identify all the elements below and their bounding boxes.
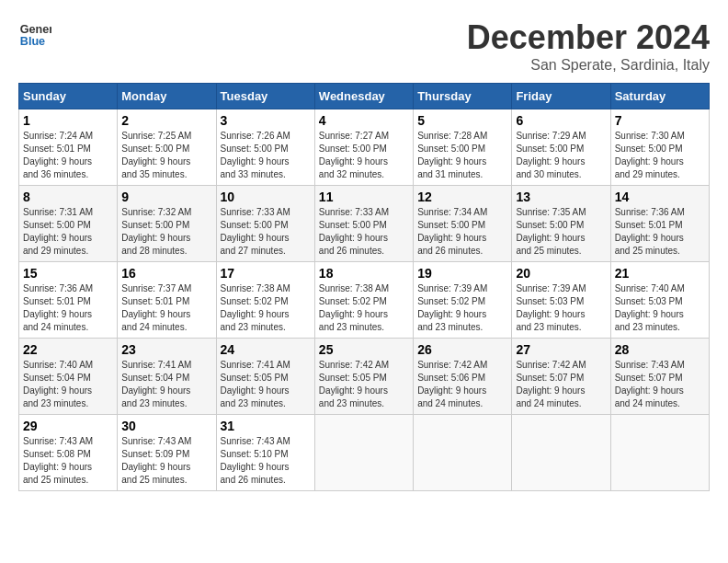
day-info: Sunrise: 7:43 AM Sunset: 5:07 PM Dayligh… bbox=[615, 359, 705, 410]
calendar-day-cell: 26Sunrise: 7:42 AM Sunset: 5:06 PM Dayli… bbox=[414, 339, 512, 415]
day-number: 11 bbox=[319, 190, 409, 204]
calendar-week-row: 22Sunrise: 7:40 AM Sunset: 5:04 PM Dayli… bbox=[19, 339, 710, 415]
calendar-day-cell: 10Sunrise: 7:33 AM Sunset: 5:00 PM Dayli… bbox=[216, 186, 314, 262]
day-number: 9 bbox=[121, 190, 211, 204]
day-info: Sunrise: 7:38 AM Sunset: 5:02 PM Dayligh… bbox=[319, 282, 409, 334]
day-info: Sunrise: 7:40 AM Sunset: 5:04 PM Dayligh… bbox=[23, 359, 113, 410]
day-number: 7 bbox=[615, 113, 705, 128]
calendar-week-row: 29Sunrise: 7:43 AM Sunset: 5:08 PM Dayli… bbox=[19, 415, 710, 491]
day-number: 17 bbox=[221, 266, 311, 281]
calendar-day-cell: 1Sunrise: 7:24 AM Sunset: 5:01 PM Daylig… bbox=[19, 109, 118, 186]
calendar-day-cell bbox=[414, 415, 512, 491]
day-info: Sunrise: 7:42 AM Sunset: 5:07 PM Dayligh… bbox=[516, 359, 606, 410]
calendar-week-row: 8Sunrise: 7:31 AM Sunset: 5:00 PM Daylig… bbox=[19, 186, 710, 262]
day-number: 27 bbox=[516, 342, 606, 357]
day-info: Sunrise: 7:43 AM Sunset: 5:09 PM Dayligh… bbox=[121, 435, 211, 487]
day-number: 31 bbox=[221, 419, 311, 433]
day-info: Sunrise: 7:32 AM Sunset: 5:00 PM Dayligh… bbox=[121, 206, 211, 258]
day-number: 12 bbox=[417, 190, 507, 204]
calendar-week-row: 1Sunrise: 7:24 AM Sunset: 5:01 PM Daylig… bbox=[19, 109, 710, 186]
day-info: Sunrise: 7:26 AM Sunset: 5:00 PM Dayligh… bbox=[221, 130, 311, 181]
day-info: Sunrise: 7:28 AM Sunset: 5:00 PM Dayligh… bbox=[417, 130, 507, 181]
calendar-body: 1Sunrise: 7:24 AM Sunset: 5:01 PM Daylig… bbox=[19, 109, 710, 491]
calendar-day-cell: 28Sunrise: 7:43 AM Sunset: 5:07 PM Dayli… bbox=[610, 339, 709, 415]
svg-text:Blue: Blue bbox=[20, 35, 45, 48]
day-number: 3 bbox=[221, 113, 311, 128]
day-info: Sunrise: 7:30 AM Sunset: 5:00 PM Dayligh… bbox=[615, 130, 705, 181]
day-number: 4 bbox=[319, 113, 409, 128]
title-area: December 2024 San Sperate, Sardinia, Ita… bbox=[467, 18, 710, 74]
calendar-day-cell: 22Sunrise: 7:40 AM Sunset: 5:04 PM Dayli… bbox=[19, 339, 118, 415]
calendar-day-cell: 14Sunrise: 7:36 AM Sunset: 5:01 PM Dayli… bbox=[610, 186, 709, 262]
calendar-day-cell: 19Sunrise: 7:39 AM Sunset: 5:02 PM Dayli… bbox=[414, 262, 512, 339]
day-number: 26 bbox=[417, 342, 507, 357]
logo-icon: General Blue bbox=[18, 18, 51, 52]
month-title: December 2024 bbox=[467, 18, 710, 57]
day-number: 21 bbox=[615, 266, 705, 281]
calendar-week-row: 15Sunrise: 7:36 AM Sunset: 5:01 PM Dayli… bbox=[19, 262, 710, 339]
calendar-day-cell: 31Sunrise: 7:43 AM Sunset: 5:10 PM Dayli… bbox=[216, 415, 314, 491]
calendar-day-cell: 15Sunrise: 7:36 AM Sunset: 5:01 PM Dayli… bbox=[19, 262, 118, 339]
day-info: Sunrise: 7:27 AM Sunset: 5:00 PM Dayligh… bbox=[319, 130, 409, 181]
calendar-day-cell: 11Sunrise: 7:33 AM Sunset: 5:00 PM Dayli… bbox=[314, 186, 413, 262]
day-info: Sunrise: 7:42 AM Sunset: 5:05 PM Dayligh… bbox=[319, 359, 409, 410]
day-number: 1 bbox=[23, 113, 113, 128]
day-number: 30 bbox=[121, 419, 211, 433]
day-of-week-header: Friday bbox=[512, 84, 610, 109]
day-info: Sunrise: 7:40 AM Sunset: 5:03 PM Dayligh… bbox=[615, 282, 705, 334]
day-info: Sunrise: 7:36 AM Sunset: 5:01 PM Dayligh… bbox=[615, 206, 705, 258]
header: General Blue December 2024 San Sperate, … bbox=[18, 18, 710, 74]
day-number: 14 bbox=[615, 190, 705, 204]
calendar-day-cell: 25Sunrise: 7:42 AM Sunset: 5:05 PM Dayli… bbox=[314, 339, 413, 415]
calendar-day-cell: 20Sunrise: 7:39 AM Sunset: 5:03 PM Dayli… bbox=[512, 262, 610, 339]
calendar-day-cell: 30Sunrise: 7:43 AM Sunset: 5:09 PM Dayli… bbox=[118, 415, 216, 491]
day-info: Sunrise: 7:29 AM Sunset: 5:00 PM Dayligh… bbox=[516, 130, 606, 181]
day-of-week-header: Monday bbox=[118, 84, 216, 109]
day-info: Sunrise: 7:41 AM Sunset: 5:05 PM Dayligh… bbox=[221, 359, 311, 410]
day-number: 22 bbox=[23, 342, 113, 357]
day-info: Sunrise: 7:38 AM Sunset: 5:02 PM Dayligh… bbox=[221, 282, 311, 334]
calendar-day-cell: 7Sunrise: 7:30 AM Sunset: 5:00 PM Daylig… bbox=[610, 109, 709, 186]
day-info: Sunrise: 7:33 AM Sunset: 5:00 PM Dayligh… bbox=[319, 206, 409, 258]
location-subtitle: San Sperate, Sardinia, Italy bbox=[467, 57, 710, 74]
calendar-day-cell: 12Sunrise: 7:34 AM Sunset: 5:00 PM Dayli… bbox=[414, 186, 512, 262]
day-number: 18 bbox=[319, 266, 409, 281]
logo: General Blue bbox=[18, 18, 51, 52]
day-of-week-header: Wednesday bbox=[314, 84, 413, 109]
day-number: 15 bbox=[23, 266, 113, 281]
day-number: 20 bbox=[516, 266, 606, 281]
day-info: Sunrise: 7:37 AM Sunset: 5:01 PM Dayligh… bbox=[121, 282, 211, 334]
day-of-week-header: Saturday bbox=[610, 84, 709, 109]
day-info: Sunrise: 7:43 AM Sunset: 5:08 PM Dayligh… bbox=[23, 435, 113, 487]
day-number: 2 bbox=[121, 113, 211, 128]
day-number: 5 bbox=[417, 113, 507, 128]
day-number: 6 bbox=[516, 113, 606, 128]
day-number: 29 bbox=[23, 419, 113, 433]
calendar-day-cell: 17Sunrise: 7:38 AM Sunset: 5:02 PM Dayli… bbox=[216, 262, 314, 339]
day-number: 19 bbox=[417, 266, 507, 281]
calendar-day-cell: 8Sunrise: 7:31 AM Sunset: 5:00 PM Daylig… bbox=[19, 186, 118, 262]
day-number: 24 bbox=[221, 342, 311, 357]
calendar-table: SundayMondayTuesdayWednesdayThursdayFrid… bbox=[18, 83, 710, 491]
day-info: Sunrise: 7:39 AM Sunset: 5:02 PM Dayligh… bbox=[417, 282, 507, 334]
day-info: Sunrise: 7:31 AM Sunset: 5:00 PM Dayligh… bbox=[23, 206, 113, 258]
calendar-day-cell: 5Sunrise: 7:28 AM Sunset: 5:00 PM Daylig… bbox=[414, 109, 512, 186]
day-info: Sunrise: 7:25 AM Sunset: 5:00 PM Dayligh… bbox=[121, 130, 211, 181]
calendar-day-cell: 18Sunrise: 7:38 AM Sunset: 5:02 PM Dayli… bbox=[314, 262, 413, 339]
day-info: Sunrise: 7:41 AM Sunset: 5:04 PM Dayligh… bbox=[121, 359, 211, 410]
day-info: Sunrise: 7:33 AM Sunset: 5:00 PM Dayligh… bbox=[221, 206, 311, 258]
day-number: 13 bbox=[516, 190, 606, 204]
day-of-week-header: Tuesday bbox=[216, 84, 314, 109]
calendar-day-cell: 29Sunrise: 7:43 AM Sunset: 5:08 PM Dayli… bbox=[19, 415, 118, 491]
calendar-day-cell bbox=[512, 415, 610, 491]
calendar-day-cell: 23Sunrise: 7:41 AM Sunset: 5:04 PM Dayli… bbox=[118, 339, 216, 415]
day-info: Sunrise: 7:24 AM Sunset: 5:01 PM Dayligh… bbox=[23, 130, 113, 181]
calendar-day-cell: 2Sunrise: 7:25 AM Sunset: 5:00 PM Daylig… bbox=[118, 109, 216, 186]
calendar-day-cell: 24Sunrise: 7:41 AM Sunset: 5:05 PM Dayli… bbox=[216, 339, 314, 415]
day-info: Sunrise: 7:43 AM Sunset: 5:10 PM Dayligh… bbox=[221, 435, 311, 487]
day-of-week-header: Thursday bbox=[414, 84, 512, 109]
day-of-week-header: Sunday bbox=[19, 84, 118, 109]
day-number: 28 bbox=[615, 342, 705, 357]
day-number: 10 bbox=[221, 190, 311, 204]
calendar-day-cell: 21Sunrise: 7:40 AM Sunset: 5:03 PM Dayli… bbox=[610, 262, 709, 339]
